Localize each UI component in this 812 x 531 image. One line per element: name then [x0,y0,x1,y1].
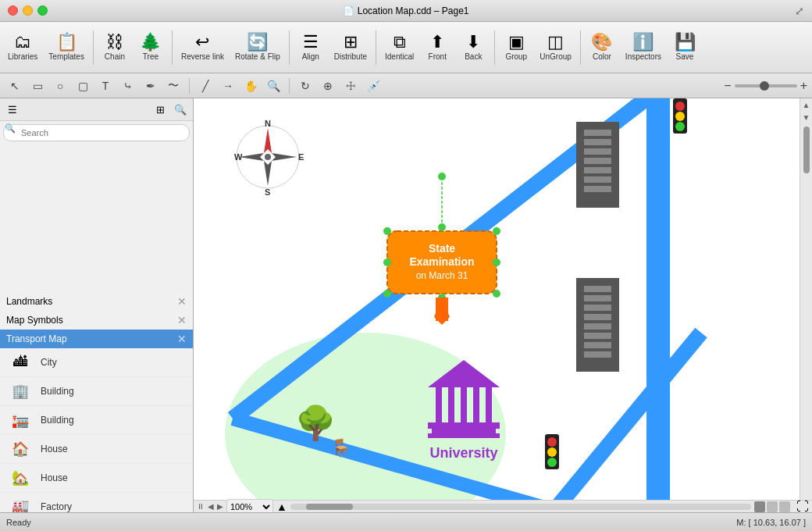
hscroll-track[interactable] [290,504,751,510]
scroll-thumb[interactable] [803,127,810,173]
symbol-icon-building1: 🏢 [6,380,34,402]
ellipse-tool[interactable]: ○ [50,77,70,95]
rect-tool[interactable]: ▭ [27,77,48,95]
zoom-select[interactable]: 100% 75% 50% 150% 200% [226,499,273,513]
horizontal-scrollbar[interactable]: ⏸ ◀ ▶ 100% 75% 50% 150% 200% ▲ [194,500,812,512]
zoom-fit-tool[interactable]: ⊕ [318,77,338,95]
zoom-slider[interactable] [735,84,797,87]
rounded-rect-tool[interactable]: ▢ [73,77,93,95]
page-btn-3[interactable] [779,501,790,512]
toolbar-tree[interactable]: 🌲 Tree [134,25,168,70]
symbol-item-city[interactable]: 🏙 City [0,348,193,377]
next-page-button[interactable]: ▶ [217,502,223,511]
toolbar-distribute[interactable]: ⊞ Distribute [329,25,372,70]
templates-label: Templates [48,52,84,61]
inspectors-label: Inspectors [625,52,661,61]
category-landmarks[interactable]: Landmarks ✕ [0,292,193,311]
vertical-scrollbar[interactable]: ▲ ▼ [800,98,812,500]
zoom-thumb[interactable] [760,81,769,91]
fit-view-button[interactable]: ⛶ [796,500,809,513]
front-label: Front [429,52,447,61]
category-transport-map[interactable]: Transport Map ✕ [0,330,193,348]
maximize-button[interactable] [37,5,48,16]
symbol-icon-building2: 🏣 [6,409,34,431]
svg-rect-33 [461,387,467,426]
symbol-item-building2[interactable]: 🏣 Building [0,406,193,435]
hscroll-thumb[interactable] [306,504,353,510]
page-btn-2[interactable] [767,501,778,512]
chain-icon: ⛓ [106,34,123,51]
scroll-up-button[interactable]: ▲ [800,98,812,111]
canvas-area[interactable]: 🌳 🪑 N [194,98,812,512]
tree-icon: 🌲 [140,34,161,51]
panel-grid-btn[interactable]: ⊞ [151,101,169,118]
zoom-tool[interactable]: 🔍 [263,77,283,95]
zoom-out-button[interactable]: − [724,79,731,93]
reverse-link-icon: ↩ [195,34,209,51]
play-pause-button[interactable]: ⏸ [197,502,205,511]
pan-tool[interactable]: ☩ [340,77,361,95]
toolbar-rotate-flip[interactable]: 🔄 Rotate & Flip [230,25,285,70]
landmarks-close[interactable]: ✕ [177,295,187,308]
minimize-button[interactable] [23,5,33,16]
refresh-tool[interactable]: ↻ [295,77,315,95]
chain-label: Chain [105,52,125,61]
zoom-in-button[interactable]: + [800,79,807,93]
prev-page-button[interactable]: ◀ [208,502,214,511]
text-tool[interactable]: T [95,77,116,95]
page-btn-1[interactable] [754,501,765,512]
page-buttons [754,501,790,512]
panel-search-btn[interactable]: 🔍 [171,101,190,118]
svg-rect-39 [428,433,500,438]
select-tool[interactable]: ↖ [5,77,25,95]
hand-tool[interactable]: ✋ [240,77,261,95]
window-controls[interactable] [8,5,48,16]
toolbar-libraries[interactable]: 🗂 Libraries [3,25,42,70]
line-tool[interactable]: ╱ [195,77,215,95]
toolbar-templates[interactable]: 📋 Templates [44,25,89,70]
category-map-symbols[interactable]: Map Symbols ✕ [0,311,193,330]
toolbar-save[interactable]: 💾 Save [668,25,702,70]
close-button[interactable] [8,5,18,16]
svg-rect-0 [584,130,611,136]
panel-view-btn[interactable]: ☰ [3,101,22,118]
canvas[interactable]: 🌳 🪑 N [194,98,812,512]
symbol-item-house2[interactable]: 🏡 House [0,464,193,493]
group-icon: ▣ [508,34,525,51]
resize-icon[interactable]: ⤢ [795,5,804,17]
toolbar-ungroup[interactable]: ◫ UnGroup [535,25,576,70]
transport-map-close[interactable]: ✕ [177,333,187,345]
toolbar-color[interactable]: 🎨 Color [585,25,619,70]
zoom-up-button[interactable]: ▲ [276,501,287,513]
handle-top [438,173,446,180]
curve-tool[interactable]: 〜 [163,77,183,95]
symbol-item-factory[interactable]: 🏭 Factory [0,493,193,513]
main-toolbar: 🗂 Libraries 📋 Templates ⛓ Chain 🌲 Tree ↩… [0,22,812,73]
pen-tool[interactable]: ✒ [141,77,161,95]
toolbar-reverse-link[interactable]: ↩ Reverse link [176,25,229,70]
search-input[interactable] [3,124,190,141]
scroll-down-button[interactable]: ▼ [800,111,812,123]
toolbar-identical[interactable]: ⧉ Identical [380,25,418,70]
main-content: ☰ ⊞ 🔍 Landmarks ✕ Map Symbols ✕ Transpor… [0,98,812,512]
connector-tool[interactable]: ⤷ [118,77,138,95]
toolbar-group[interactable]: ▣ Group [499,25,533,70]
toolbar-back[interactable]: ⬇ Back [456,25,490,70]
toolbar-inspectors[interactable]: ℹ️ Inspectors [621,25,666,70]
svg-rect-9 [584,305,611,311]
window-title: 📄 Location Map.cdd – Page1 [343,5,468,16]
eyedropper-tool[interactable]: 💉 [363,77,383,95]
arrow-tool[interactable]: → [218,77,238,95]
svg-rect-36 [428,422,500,429]
toolbar-align[interactable]: ☰ Align [294,25,328,70]
statusbar: Ready M: [ 10.63, 16.07 ] [0,512,812,531]
symbol-item-house1[interactable]: 🏠 House [0,435,193,464]
toolbar-front[interactable]: ⬆ Front [420,25,454,70]
symbol-item-building1[interactable]: 🏢 Building [0,377,193,406]
map-symbols-close[interactable]: ✕ [177,314,187,326]
svg-text:S: S [265,187,270,197]
transport-map-label: Transport Map [6,333,67,344]
toolbar-chain[interactable]: ⛓ Chain [98,25,132,70]
svg-rect-6 [584,186,611,192]
symbol-name-building2: Building [41,415,74,426]
